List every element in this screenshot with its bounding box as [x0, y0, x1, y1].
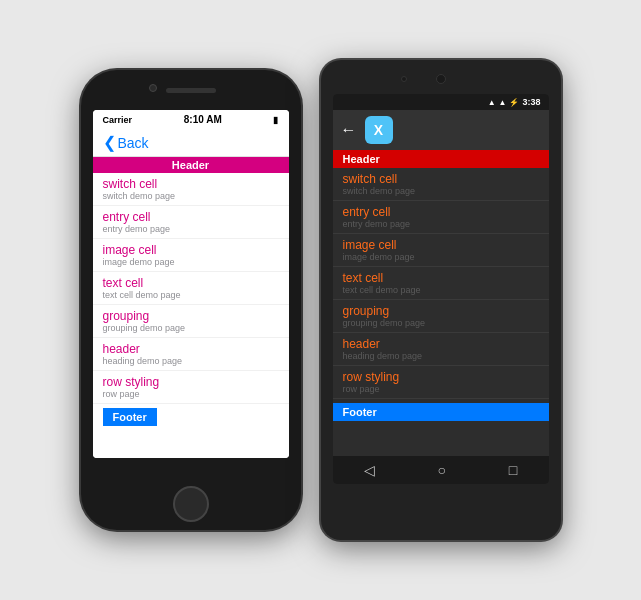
android-list-item-subtitle: image demo page [343, 252, 539, 262]
ios-list-item[interactable]: switch cell switch demo page [93, 173, 289, 206]
ios-list-item-subtitle: grouping demo page [103, 323, 279, 333]
android-list-item-title: grouping [343, 304, 539, 318]
ios-list-item-subtitle: switch demo page [103, 191, 279, 201]
android-list-item-title: entry cell [343, 205, 539, 219]
ios-carrier: Carrier [103, 115, 133, 125]
ios-list-header: Header [93, 157, 289, 173]
ios-list-item-subtitle: heading demo page [103, 356, 279, 366]
android-list-item-subtitle: text cell demo page [343, 285, 539, 295]
android-list-item[interactable]: entry cell entry demo page [333, 201, 549, 234]
android-toolbar: ← X [333, 110, 549, 150]
ios-footer-wrap: Footer [93, 404, 289, 430]
iphone-device: Carrier 8:10 AM ▮ ❮ Back Header switch c… [81, 70, 301, 530]
android-app-icon-label: X [374, 122, 383, 138]
android-list: Header switch cell switch demo page entr… [333, 150, 549, 456]
ios-list-item[interactable]: text cell text cell demo page [93, 272, 289, 305]
android-list-item-subtitle: grouping demo page [343, 318, 539, 328]
ios-list-item[interactable]: entry cell entry demo page [93, 206, 289, 239]
ios-nav-bar: ❮ Back [93, 129, 289, 157]
android-list-item[interactable]: header heading demo page [333, 333, 549, 366]
ios-time: 8:10 AM [184, 114, 222, 125]
android-back-arrow-icon[interactable]: ← [341, 121, 357, 139]
ios-list-footer: Footer [103, 408, 157, 426]
ios-back-label: Back [118, 135, 149, 151]
android-list-item[interactable]: grouping grouping demo page [333, 300, 549, 333]
ios-list-item-title: grouping [103, 309, 279, 323]
android-list-item[interactable]: row styling row page [333, 366, 549, 399]
ios-list-item[interactable]: row styling row page [93, 371, 289, 404]
android-list-item[interactable]: text cell text cell demo page [333, 267, 549, 300]
android-list-item[interactable]: image cell image demo page [333, 234, 549, 267]
iphone-home-button[interactable] [173, 486, 209, 522]
android-wifi-icon: ▲ [488, 98, 496, 107]
ios-list-item-title: image cell [103, 243, 279, 257]
ios-list-item-title: header [103, 342, 279, 356]
ios-status-bar: Carrier 8:10 AM ▮ [93, 110, 289, 129]
android-camera [436, 74, 446, 84]
android-list-item-subtitle: switch demo page [343, 186, 539, 196]
android-device: ▲ ▲ ⚡ 3:38 ← X Header switch cell switch… [321, 60, 561, 540]
android-time: 3:38 [522, 97, 540, 107]
ios-back-button[interactable]: ❮ Back [103, 133, 279, 152]
ios-battery-icon: ▮ [273, 115, 278, 125]
android-home-nav-icon[interactable]: ○ [438, 462, 446, 478]
ios-list-item-title: switch cell [103, 177, 279, 191]
ios-back-chevron-icon: ❮ [103, 133, 116, 152]
android-list-item-title: switch cell [343, 172, 539, 186]
android-recent-nav-icon[interactable]: □ [509, 462, 517, 478]
android-list-item[interactable]: switch cell switch demo page [333, 168, 549, 201]
android-nav-bar: ◁ ○ □ [333, 456, 549, 484]
ios-list-item-title: entry cell [103, 210, 279, 224]
android-list-item-title: row styling [343, 370, 539, 384]
android-list-footer: Footer [333, 403, 549, 421]
android-signal-icon: ▲ [499, 98, 507, 107]
android-list-item-subtitle: heading demo page [343, 351, 539, 361]
android-list-items: switch cell switch demo page entry cell … [333, 168, 549, 399]
android-list-item-subtitle: row page [343, 384, 539, 394]
android-screen: ▲ ▲ ⚡ 3:38 ← X Header switch cell switch… [333, 94, 549, 484]
iphone-screen: Carrier 8:10 AM ▮ ❮ Back Header switch c… [93, 110, 289, 458]
ios-list-item-title: text cell [103, 276, 279, 290]
ios-list-item-title: row styling [103, 375, 279, 389]
ios-list-items: switch cell switch demo page entry cell … [93, 173, 289, 404]
ios-list: Header switch cell switch demo page entr… [93, 157, 289, 458]
android-list-item-title: text cell [343, 271, 539, 285]
android-speaker [401, 76, 407, 82]
iphone-camera [149, 84, 157, 92]
android-list-item-subtitle: entry demo page [343, 219, 539, 229]
android-status-bar: ▲ ▲ ⚡ 3:38 [333, 94, 549, 110]
android-battery-icon: ⚡ [509, 98, 519, 107]
android-back-nav-icon[interactable]: ◁ [364, 462, 375, 478]
android-list-header: Header [333, 150, 549, 168]
iphone-speaker [166, 88, 216, 93]
android-status-icons: ▲ ▲ ⚡ 3:38 [488, 97, 541, 107]
ios-list-item-subtitle: entry demo page [103, 224, 279, 234]
ios-list-item[interactable]: header heading demo page [93, 338, 289, 371]
ios-list-item-subtitle: text cell demo page [103, 290, 279, 300]
ios-list-item-subtitle: image demo page [103, 257, 279, 267]
android-list-item-title: header [343, 337, 539, 351]
android-app-icon: X [365, 116, 393, 144]
ios-list-item-subtitle: row page [103, 389, 279, 399]
ios-list-item[interactable]: grouping grouping demo page [93, 305, 289, 338]
ios-list-item[interactable]: image cell image demo page [93, 239, 289, 272]
android-list-item-title: image cell [343, 238, 539, 252]
